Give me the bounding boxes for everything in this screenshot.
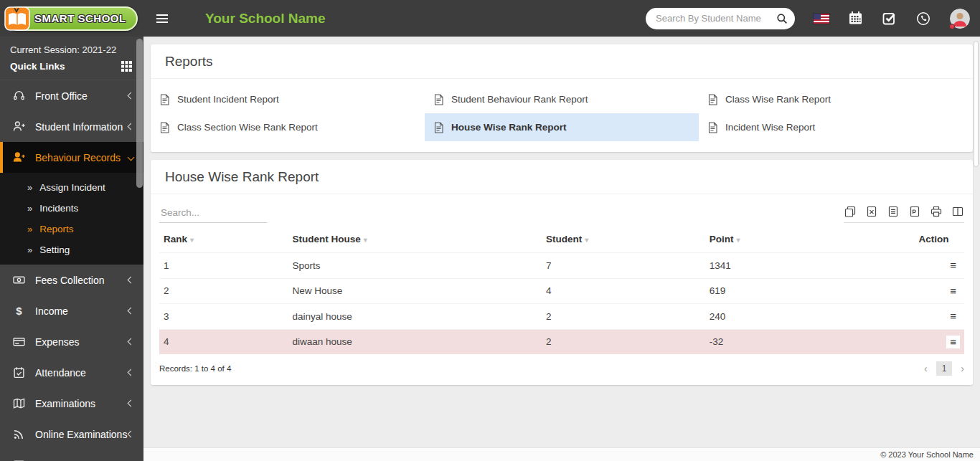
chevron-left-icon (128, 92, 135, 100)
csv-export-icon[interactable] (887, 206, 899, 217)
main-scrollbar[interactable] (974, 41, 979, 167)
rank-cell: 3 (159, 304, 288, 330)
behaviour-records-submenu: » Assign Incident » Incidents » Reports … (0, 173, 143, 265)
table-row-highlighted: 4 diwaan house 2 -32 ≡ (159, 329, 964, 354)
house-cell: New House (288, 278, 542, 304)
pdf-export-icon[interactable] (909, 206, 920, 217)
language-flag-icon[interactable] (814, 14, 829, 24)
report-link-label: Student Incident Report (177, 94, 279, 105)
file-text-icon (160, 122, 169, 133)
current-page-button[interactable]: 1 (936, 361, 953, 376)
export-tools (844, 206, 964, 223)
rss-icon (13, 428, 25, 440)
row-action-menu-button[interactable]: ≡ (946, 259, 960, 272)
sidebar-item-label: Expenses (35, 336, 128, 348)
calendar-icon[interactable] (848, 11, 863, 26)
sidebar-item-label: Online Examinations (35, 429, 128, 440)
sidebar-menu: Front Office Student Information (0, 80, 143, 461)
row-action-menu-button[interactable]: ≡ (946, 285, 960, 298)
submenu-item-reports[interactable]: » Reports (0, 219, 143, 239)
user-plus-icon (13, 120, 25, 133)
file-text-icon (708, 94, 717, 105)
sidebar-item-student-information[interactable]: Student Information (0, 111, 143, 142)
next-page-button[interactable]: › (961, 363, 964, 374)
table-card-title: House Wise Rank Report (151, 160, 973, 194)
sidebar-item-lesson-plan[interactable]: Lesson Plan (0, 450, 143, 461)
file-text-icon (708, 122, 717, 133)
sidebar-item-attendance[interactable]: Attendance (0, 357, 143, 388)
double-arrow-icon: » (27, 244, 32, 255)
report-link-student-behaviour-rank[interactable]: Student Behaviour Rank Report (425, 85, 699, 113)
table-row: 3 dainyal house 2 240 ≡ (159, 304, 964, 330)
column-header-student[interactable]: Student▾ (542, 226, 705, 253)
notification-dot (949, 24, 955, 29)
report-link-student-incident[interactable]: Student Incident Report (151, 85, 425, 113)
quick-links-label: Quick Links (10, 61, 65, 72)
sidebar-item-label: Attendance (35, 367, 128, 379)
chevron-left-icon (128, 400, 135, 407)
user-plus-icon (13, 151, 25, 163)
chevron-left-icon (128, 431, 135, 438)
whatsapp-chat-icon[interactable] (915, 11, 931, 27)
student-search-input[interactable] (656, 13, 776, 24)
sidebar-item-fees-collection[interactable]: Fees Collection (0, 265, 143, 295)
excel-export-icon[interactable] (866, 206, 877, 217)
row-action-menu-button[interactable]: ≡ (946, 310, 960, 323)
pagination: ‹ 1 › (924, 361, 964, 376)
report-link-incident-wise[interactable]: Incident Wise Report (699, 113, 973, 141)
user-avatar[interactable] (950, 9, 970, 29)
sidebar: Current Session: 2021-22 Quick Links Fro… (0, 37, 143, 461)
column-visibility-icon[interactable] (952, 206, 963, 217)
sidebar-item-expenses[interactable]: Expenses (0, 326, 143, 357)
sidebar-item-behaviour-records[interactable]: Behaviour Records (0, 142, 143, 173)
prev-page-button[interactable]: ‹ (924, 363, 928, 374)
sidebar-item-label: Front Office (35, 90, 128, 102)
sidebar-item-examinations[interactable]: Examinations (0, 388, 143, 419)
point-cell: 240 (705, 304, 915, 330)
submenu-item-setting[interactable]: » Setting (0, 239, 143, 260)
reports-card: Reports Student Incident Report Student … (151, 44, 973, 152)
topbar: SMART SCHOOL Your School Name (0, 0, 980, 37)
sort-icon: ▾ (364, 236, 367, 244)
credit-card-icon (13, 336, 25, 348)
banknote-icon (13, 274, 25, 286)
submenu-item-incidents[interactable]: » Incidents (0, 198, 143, 219)
logo-text: SMART SCHOOL (34, 12, 126, 24)
report-link-label: Student Behaviour Rank Report (451, 94, 588, 105)
report-link-class-section-wise-rank[interactable]: Class Section Wise Rank Report (151, 113, 425, 141)
submenu-item-label: Assign Incident (39, 182, 105, 193)
sidebar-item-income[interactable]: $ Income (0, 295, 143, 326)
task-check-icon[interactable] (882, 11, 897, 26)
column-header-point[interactable]: Point▾ (705, 226, 915, 253)
table-search-input[interactable] (159, 204, 267, 223)
chevron-down-icon (128, 154, 135, 161)
report-link-class-wise-rank[interactable]: Class Wise Rank Report (699, 85, 973, 113)
report-link-house-wise-rank[interactable]: House Wise Rank Report (425, 113, 699, 141)
reports-card-title: Reports (151, 44, 973, 79)
sort-icon: ▾ (585, 236, 588, 244)
logo-area[interactable]: SMART SCHOOL (0, 0, 143, 37)
chevron-left-icon (128, 369, 135, 376)
chevron-left-icon (128, 277, 135, 284)
quick-links-grid-icon[interactable] (121, 61, 132, 72)
column-header-student-house[interactable]: Student House▾ (288, 226, 542, 253)
sidebar-item-front-office[interactable]: Front Office (0, 80, 143, 111)
student-cell: 7 (542, 253, 705, 279)
column-header-rank[interactable]: Rank▾ (159, 226, 288, 253)
double-arrow-icon: » (27, 203, 32, 214)
sidebar-item-online-examinations[interactable]: Online Examinations (0, 419, 143, 450)
sidebar-scrollbar[interactable] (136, 39, 143, 188)
table-row: 1 Sports 7 1341 ≡ (159, 253, 964, 279)
submenu-item-label: Reports (39, 224, 73, 234)
row-action-menu-button[interactable]: ≡ (946, 336, 960, 349)
sidebar-toggle-button[interactable] (154, 9, 171, 28)
report-link-label: Class Section Wise Rank Report (177, 122, 318, 133)
print-icon[interactable] (930, 206, 942, 217)
table-footer: Records: 1 to 4 of 4 ‹ 1 › (151, 354, 973, 385)
file-text-icon (434, 122, 443, 133)
copy-export-icon[interactable] (844, 206, 856, 217)
file-text-icon (160, 94, 169, 105)
search-icon[interactable] (776, 13, 788, 24)
double-arrow-icon: » (27, 182, 32, 193)
submenu-item-assign-incident[interactable]: » Assign Incident (0, 177, 143, 198)
